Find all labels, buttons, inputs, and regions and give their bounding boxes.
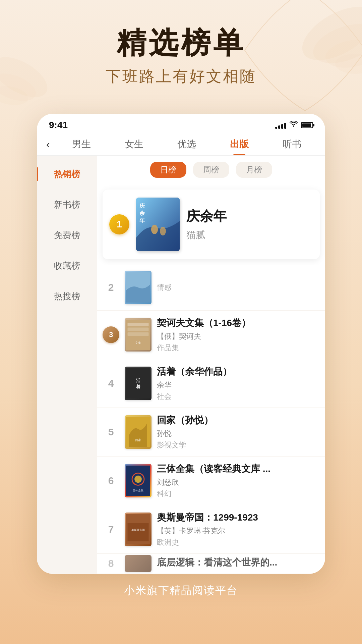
book-details-5: 回家（孙悦） 孙悦 影视文学 [157,414,320,450]
book-title-5: 回家（孙悦） [157,414,320,427]
svg-point-7 [293,125,294,127]
svg-text:回家: 回家 [135,438,141,442]
book-thumb-5: 回家 [125,415,152,449]
book-cover-image-8 [125,555,152,572]
book-author-4: 余华 [157,380,320,390]
svg-text:三体全集: 三体全集 [133,489,143,492]
rank-num-7: 7 [103,524,119,535]
rank-container-3: 3 [103,326,119,343]
top-book-cover-image: 庆 余 年 [136,198,180,251]
book-thumb-6: 三体全集 [125,464,152,497]
book-list-item-4[interactable]: 4 活 着 活着（余华作品） 余华 社会 [97,359,325,408]
svg-point-27 [134,475,142,483]
tab-female[interactable]: 女生 [108,138,161,155]
status-bar: 9:41 [37,114,325,134]
status-time: 9:41 [49,120,68,130]
svg-text:奥斯曼帝国: 奥斯曼帝国 [131,528,145,531]
book-list-item-2[interactable]: 2 情感 [97,265,325,311]
book-thumb-3: 文集 [125,318,152,352]
rank-num-4: 4 [103,378,119,389]
sidebar-item-favorites[interactable]: 收藏榜 [37,251,97,281]
footer-bar: 小米旗下精品阅读平台 [0,574,362,610]
book-thumb-7: 奥斯曼帝国 [125,513,152,546]
nav-tabs: 男生 女生 优选 出版 听书 [55,138,318,155]
phone-mockup: 9:41 ‹ 男生 女生 优选 出版 [37,114,325,574]
nav-bar: ‹ 男生 女生 优选 出版 听书 [37,134,325,156]
filter-weekly[interactable]: 周榜 [193,162,229,178]
book-list-item-8[interactable]: 8 底层逻辑：看清这个世界的... [97,554,325,574]
rank-num-5: 5 [103,426,119,438]
back-button[interactable]: ‹ [44,138,55,155]
book-cover-image-7: 奥斯曼帝国 [125,513,152,546]
book-details-6: 三体全集（读客经典文库 ... 刘慈欣 科幻 [157,463,320,499]
svg-text:文集: 文集 [135,341,141,344]
svg-text:余: 余 [139,210,145,216]
filter-daily[interactable]: 日榜 [150,162,186,178]
book-cover-image-4: 活 着 [125,367,152,400]
book-details-4: 活着（余华作品） 余华 社会 [157,365,320,401]
book-genre-7: 欧洲史 [157,537,320,547]
rank-badge-1: 1 [109,214,129,234]
book-cover-image-6: 三体全集 [125,464,152,497]
svg-rect-18 [128,332,149,336]
svg-text:活: 活 [136,378,141,383]
book-title-7: 奥斯曼帝国：1299-1923 [157,511,320,524]
footer-text: 小米旗下精品阅读平台 [124,584,238,596]
main-title: 精选榜单 [0,27,362,59]
sidebar: 热销榜 新书榜 免费榜 收藏榜 热搜榜 [37,156,97,574]
top-book-author: 猫腻 [186,229,313,241]
tab-published[interactable]: 出版 [213,138,266,155]
book-title-3: 契诃夫文集（1-16卷） [157,317,320,329]
book-title-6: 三体全集（读客经典文库 ... [157,463,320,475]
svg-point-10 [160,227,166,235]
svg-rect-17 [128,327,149,331]
book-details-3: 契诃夫文集（1-16卷） 【俄】契诃夫 作品集 [157,317,320,353]
book-details-7: 奥斯曼帝国：1299-1923 【英】卡罗琳·芬克尔 欧洲史 [157,511,320,547]
book-cover-image-5: 回家 [125,415,152,449]
filter-tabs: 日榜 周榜 月榜 [97,156,325,184]
sidebar-item-hot-search[interactable]: 热搜榜 [37,281,97,312]
book-thumb-8 [125,555,152,572]
book-genre-6: 科幻 [157,489,320,499]
svg-text:庆: 庆 [139,203,145,209]
book-list-item-5[interactable]: 5 回家 回家（孙悦） 孙悦 影视文学 [97,408,325,457]
top-book-info: 庆余年 猫腻 [186,207,313,241]
book-author-3: 【俄】契诃夫 [157,331,320,341]
tab-selected[interactable]: 优选 [161,138,213,155]
top-book-card[interactable]: 1 [103,190,320,259]
book-genre-5: 影视文学 [157,440,320,450]
top-book-title: 庆余年 [186,207,313,225]
book-list-item-6[interactable]: 6 三体全集 三体全集（读客经典文库 ... 刘慈欣 科幻 [97,457,325,505]
book-list-item-7[interactable]: 7 奥斯曼帝国 奥斯曼帝国：1299-1923 【英】卡罗琳·芬克尔 欧洲史 [97,505,325,554]
sidebar-item-new-books[interactable]: 新书榜 [37,190,97,220]
svg-rect-20 [126,368,150,398]
book-thumb-2 [125,271,152,304]
sidebar-item-free[interactable]: 免费榜 [37,220,97,251]
status-icons [275,121,313,129]
book-genre-3: 作品集 [157,343,320,353]
tab-audio[interactable]: 听书 [266,138,318,155]
book-cover-image-2 [125,271,152,304]
rank-num-2: 2 [103,282,119,293]
header-section: 精选榜单 下班路上有好文相随 [0,0,362,100]
sidebar-item-hot-sales[interactable]: 热销榜 [37,159,97,190]
book-list-item-3[interactable]: 3 文集 契诃夫文集（1-16卷） 【俄】契 [97,311,325,359]
svg-text:着: 着 [136,384,140,389]
tab-male[interactable]: 男生 [55,138,108,155]
rank-num-6: 6 [103,475,119,486]
book-author-6: 刘慈欣 [157,477,320,487]
main-content: 日榜 周榜 月榜 1 [97,156,325,574]
sub-title: 下班路上有好文相随 [0,66,362,87]
book-title-8: 底层逻辑：看清这个世界的... [157,556,320,569]
top-book-cover: 庆 余 年 [136,198,180,251]
svg-point-9 [151,225,158,234]
svg-rect-16 [128,323,149,326]
book-genre-2: 情感 [157,282,320,292]
book-details-2: 情感 [157,282,320,292]
book-cover-image-3: 文集 [125,318,152,352]
book-details-8: 底层逻辑：看清这个世界的... [157,556,320,571]
signal-icon [275,121,286,129]
book-author-5: 孙悦 [157,429,320,439]
rank-badge-3: 3 [103,326,119,343]
filter-monthly[interactable]: 月榜 [236,162,272,178]
